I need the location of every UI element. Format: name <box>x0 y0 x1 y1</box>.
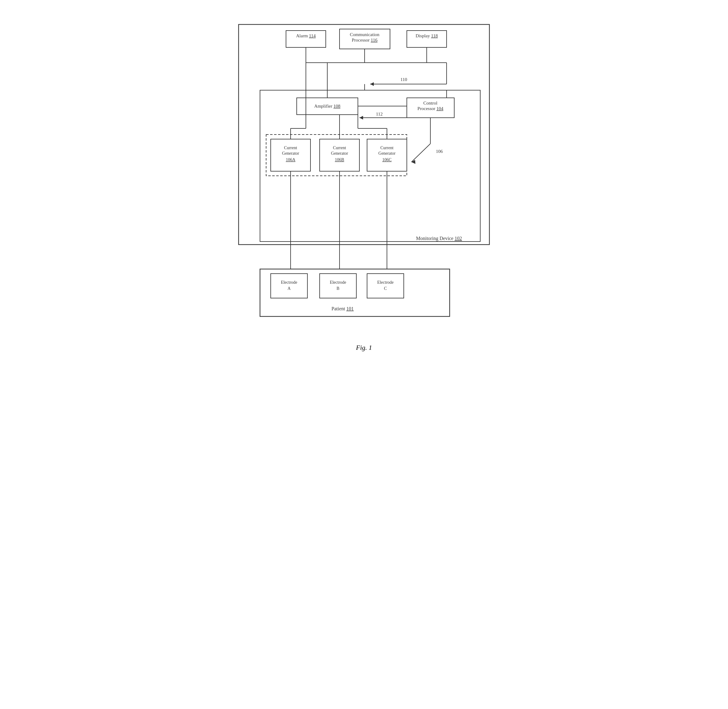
electrode-a-box <box>271 274 307 298</box>
alarm-text: Alarm 114 <box>296 33 316 38</box>
cga-text3: 106A <box>286 158 295 162</box>
eb-text2: B <box>336 286 339 291</box>
diagram-svg: Monitoring Device 102 Alarm 114 Communic… <box>227 12 501 333</box>
label-112: 112 <box>376 112 383 117</box>
fig-label: Fig. 1 <box>227 344 501 352</box>
cga-text2: Generator <box>282 151 299 156</box>
cp-text-1: Control <box>423 101 437 105</box>
amplifier-text: Amplifier 108 <box>314 104 340 108</box>
diagram-area: Monitoring Device 102 Alarm 114 Communic… <box>227 12 501 334</box>
cgc-text3: 106C <box>382 158 392 162</box>
ea-text2: A <box>288 286 291 291</box>
ea-text1: Electrode <box>281 280 297 284</box>
cgc-text2: Generator <box>379 151 396 156</box>
eb-text1: Electrode <box>330 280 346 284</box>
comm-text-2: Processor 116 <box>352 38 378 42</box>
page-container: Monitoring Device 102 Alarm 114 Communic… <box>227 12 501 352</box>
display-text: Display 118 <box>416 33 438 38</box>
electrode-c-box <box>367 274 404 298</box>
cp-text-2: Processor 104 <box>418 106 443 111</box>
cgb-text1: Current <box>333 146 346 150</box>
patient-label: Patient 101 <box>332 306 354 311</box>
label-106: 106 <box>436 149 443 154</box>
ec-text1: Electrode <box>377 280 394 284</box>
cgb-text3: 106B <box>335 158 344 162</box>
fig-title-text: Fig. 1 <box>356 344 372 351</box>
comm-text-1: Communication <box>350 32 380 37</box>
cgb-text2: Generator <box>331 151 348 156</box>
ec-text2: C <box>384 286 387 291</box>
arrow-112 <box>360 116 363 120</box>
cgc-text1: Current <box>380 146 394 150</box>
electrode-b-box <box>320 274 356 298</box>
arrow-110 <box>370 82 374 86</box>
cga-text1: Current <box>284 146 297 150</box>
label-110: 110 <box>401 77 407 82</box>
group-106-line <box>411 144 430 162</box>
monitoring-device-label: Monitoring Device 102 <box>416 236 462 241</box>
